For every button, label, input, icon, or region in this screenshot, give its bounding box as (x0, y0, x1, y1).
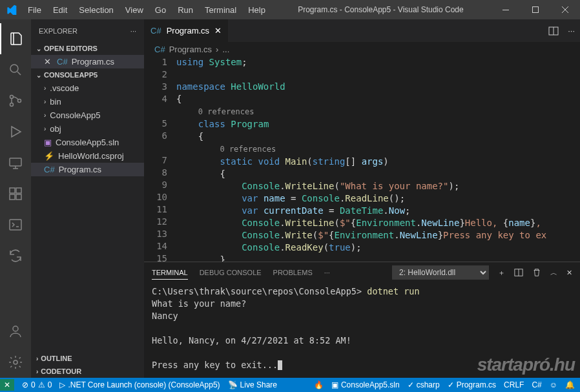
menu-file[interactable]: File (23, 3, 47, 17)
csharp-file-icon: C# (44, 165, 55, 174)
workspace-section[interactable]: ⌄CONSOLEAPP5 (31, 68, 144, 81)
maximize-panel-icon[interactable]: ︿ (550, 268, 557, 278)
svg-rect-8 (16, 188, 21, 193)
more-actions-icon[interactable]: ··· (568, 26, 575, 36)
status-csharp[interactable]: ✓ csharp (408, 380, 440, 389)
file-label: Program.cs (59, 165, 101, 174)
editor-tab-program[interactable]: C# Program.cs ✕ (144, 19, 229, 42)
menu-edit[interactable]: Edit (48, 3, 72, 17)
status-flame-icon[interactable]: 🔥 (314, 380, 324, 389)
folder-label: obj (50, 124, 61, 134)
activity-console-icon[interactable] (0, 209, 31, 240)
activity-remote-icon[interactable] (0, 147, 31, 178)
status-problems[interactable]: ⊘ 0 ⚠ 0 (22, 380, 52, 389)
panel-tab-debug-console[interactable]: DEBUG CONSOLE (200, 266, 262, 279)
status-bar: ✕ ⊘ 0 ⚠ 0 ▷ .NET Core Launch (console) (… (0, 378, 580, 392)
svg-point-4 (10, 103, 14, 107)
activity-extensions-icon[interactable] (0, 178, 31, 209)
open-editors-section[interactable]: ⌄OPEN EDITORS (31, 42, 144, 55)
explorer-more-icon[interactable]: ··· (130, 27, 136, 35)
tab-close-icon[interactable]: ✕ (214, 26, 222, 36)
chevron-right-icon: › (44, 85, 46, 92)
outline-section[interactable]: ›OUTLINE (31, 352, 144, 365)
close-panel-icon[interactable]: ✕ (566, 269, 572, 277)
folder-label: ConsoleApp5 (50, 110, 100, 120)
panel-tabs: TERMINAL DEBUG CONSOLE PROBLEMS ··· 2: H… (144, 262, 580, 283)
activity-account-icon[interactable] (0, 316, 31, 347)
explorer-sidebar: EXPLORER ··· ⌄OPEN EDITORS ✕ C# Program.… (31, 19, 144, 378)
svg-rect-11 (10, 220, 21, 230)
codetour-section[interactable]: ›CODETOUR (31, 365, 144, 378)
svg-rect-9 (10, 194, 15, 200)
activity-debug-icon[interactable] (0, 116, 31, 147)
chevron-right-icon: › (44, 112, 46, 119)
status-live-share[interactable]: 📡 Live Share (228, 380, 277, 389)
terminal-selector[interactable]: 2: HelloWorld.dll (392, 265, 489, 280)
split-editor-icon[interactable] (548, 26, 559, 36)
tree-folder-obj[interactable]: ›obj (31, 122, 144, 136)
svg-rect-0 (502, 10, 509, 10)
status-remote-icon[interactable]: ✕ (0, 379, 14, 391)
new-terminal-icon[interactable]: ＋ (498, 268, 505, 278)
panel-tab-problems[interactable]: PROBLEMS (273, 266, 313, 279)
minimize-button[interactable] (491, 0, 521, 19)
split-terminal-icon[interactable] (514, 268, 523, 277)
folder-label: .vscode (50, 83, 79, 93)
activity-sync-icon[interactable] (0, 240, 31, 271)
svg-point-3 (10, 96, 14, 99)
status-launch-config[interactable]: ▷ .NET Core Launch (console) (ConsoleApp… (59, 380, 220, 389)
codetour-label: CODETOUR (41, 367, 81, 375)
csharp-file-icon: C# (150, 26, 161, 36)
menu-help[interactable]: Help (243, 3, 271, 17)
code-editor[interactable]: 1234 56 789101112131415 using System; na… (144, 56, 580, 262)
tree-folder-bin[interactable]: ›bin (31, 95, 144, 108)
status-bell-icon[interactable]: 🔔 (565, 380, 575, 389)
status-eol[interactable]: CRLF (504, 380, 524, 389)
editor-tabs: C# Program.cs ✕ ··· (144, 19, 580, 42)
status-feedback-icon[interactable]: ☺ (550, 380, 557, 389)
file-label: HelloWorld.csproj (58, 151, 124, 161)
maximize-button[interactable] (521, 0, 550, 19)
menu-run[interactable]: Run (172, 3, 198, 17)
chevron-right-icon: › (36, 355, 38, 362)
workspace-label: CONSOLEAPP5 (44, 71, 98, 79)
svg-point-12 (13, 326, 18, 331)
open-editor-item[interactable]: ✕ C# Program.cs (31, 55, 144, 68)
activity-search-icon[interactable] (0, 54, 31, 85)
chevron-right-icon: › (44, 98, 46, 105)
code-content[interactable]: using System; namespace HelloWorld { 0 r… (176, 56, 580, 262)
close-icon[interactable]: ✕ (44, 57, 53, 67)
menu-view[interactable]: View (120, 3, 149, 17)
csharp-file-icon: C# (154, 45, 165, 54)
status-solution[interactable]: ▣ ConsoleApp5.sln (331, 380, 400, 389)
folder-label: bin (50, 97, 61, 107)
tree-file-csproj[interactable]: ⚡HelloWorld.csproj (31, 149, 144, 163)
svg-point-5 (18, 99, 21, 103)
kill-terminal-icon[interactable] (532, 268, 541, 277)
panel-tab-terminal[interactable]: TERMINAL (152, 266, 188, 280)
panel-more-icon[interactable]: ··· (324, 266, 330, 279)
close-button[interactable] (550, 0, 580, 19)
sln-file-icon: ▣ (44, 138, 52, 147)
editor-area: C# Program.cs ✕ ··· C# Program.cs › ... … (144, 19, 580, 378)
explorer-header: EXPLORER ··· (31, 19, 144, 42)
terminal-output[interactable]: C:\Users\thrak\source\repos\ConsoleApp5>… (144, 283, 580, 378)
svg-rect-7 (10, 188, 15, 193)
menu-selection[interactable]: Selection (74, 3, 118, 17)
minimap[interactable] (528, 93, 580, 132)
activity-settings-icon[interactable] (0, 347, 31, 378)
status-active-file[interactable]: ✓ Program.cs (448, 380, 496, 389)
tree-folder-vscode[interactable]: ›.vscode (31, 81, 144, 95)
menu-go[interactable]: Go (150, 3, 171, 17)
activity-scm-icon[interactable] (0, 85, 31, 116)
menu-terminal[interactable]: Terminal (200, 3, 242, 17)
explorer-title: EXPLORER (39, 27, 78, 35)
status-language[interactable]: C# (532, 380, 541, 389)
breadcrumb[interactable]: C# Program.cs › ... (144, 42, 580, 56)
activity-explorer-icon[interactable] (0, 23, 31, 54)
tree-file-program[interactable]: C#Program.cs (31, 163, 144, 176)
csharp-file-icon: C# (57, 57, 68, 67)
open-editor-label: Program.cs (72, 57, 114, 67)
tree-file-sln[interactable]: ▣ConsoleApp5.sln (31, 136, 144, 149)
tree-folder-consoleapp5[interactable]: ›ConsoleApp5 (31, 108, 144, 122)
